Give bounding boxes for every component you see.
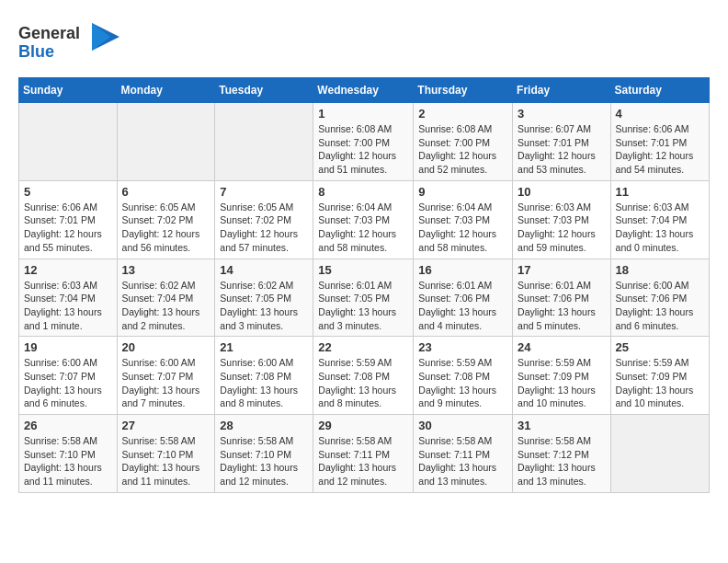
calendar-row-1: 5Sunrise: 6:06 AMSunset: 7:01 PMDaylight… — [19, 180, 710, 259]
logo: General Blue — [18, 18, 119, 68]
day-number: 2 — [418, 107, 507, 121]
header-friday: Friday — [513, 78, 611, 103]
calendar-cell: 24Sunrise: 5:59 AMSunset: 7:09 PMDayligh… — [513, 337, 611, 415]
header-sunday: Sunday — [19, 78, 118, 103]
day-info: Sunrise: 6:07 AMSunset: 7:01 PMDaylight:… — [518, 122, 606, 177]
day-info: Sunrise: 6:00 AMSunset: 7:07 PMDaylight:… — [24, 356, 112, 410]
svg-text:Blue: Blue — [18, 42, 54, 61]
calendar-row-2: 12Sunrise: 6:03 AMSunset: 7:04 PMDayligh… — [19, 259, 710, 337]
day-info: Sunrise: 6:06 AMSunset: 7:01 PMDaylight:… — [616, 122, 704, 177]
day-info: Sunrise: 6:03 AMSunset: 7:04 PMDaylight:… — [616, 201, 704, 255]
calendar-cell: 19Sunrise: 6:00 AMSunset: 7:07 PMDayligh… — [19, 337, 118, 415]
calendar-cell: 28Sunrise: 5:58 AMSunset: 7:10 PMDayligh… — [215, 415, 313, 493]
day-info: Sunrise: 6:04 AMSunset: 7:03 PMDaylight:… — [318, 201, 408, 255]
day-info: Sunrise: 5:59 AMSunset: 7:09 PMDaylight:… — [616, 356, 704, 410]
calendar-cell: 18Sunrise: 6:00 AMSunset: 7:06 PMDayligh… — [610, 259, 709, 337]
page-header: General Blue — [18, 18, 710, 68]
day-number: 20 — [122, 340, 210, 354]
day-info: Sunrise: 6:08 AMSunset: 7:00 PMDaylight:… — [318, 122, 408, 177]
day-info: Sunrise: 6:00 AMSunset: 7:06 PMDaylight:… — [616, 279, 704, 333]
day-info: Sunrise: 6:04 AMSunset: 7:03 PMDaylight:… — [418, 201, 507, 255]
calendar-cell: 13Sunrise: 6:02 AMSunset: 7:04 PMDayligh… — [117, 259, 215, 337]
day-number: 22 — [318, 340, 408, 354]
calendar-cell — [610, 415, 709, 493]
day-info: Sunrise: 5:59 AMSunset: 7:08 PMDaylight:… — [318, 356, 408, 410]
day-number: 15 — [318, 263, 408, 277]
calendar-cell: 5Sunrise: 6:06 AMSunset: 7:01 PMDaylight… — [19, 180, 118, 259]
day-info: Sunrise: 6:03 AMSunset: 7:04 PMDaylight:… — [24, 279, 112, 333]
calendar-cell: 27Sunrise: 5:58 AMSunset: 7:10 PMDayligh… — [117, 415, 215, 493]
header-saturday: Saturday — [610, 78, 709, 103]
calendar-cell: 30Sunrise: 5:58 AMSunset: 7:11 PMDayligh… — [414, 415, 513, 493]
header-monday: Monday — [117, 78, 215, 103]
calendar-cell: 12Sunrise: 6:03 AMSunset: 7:04 PMDayligh… — [19, 259, 118, 337]
calendar-row-4: 26Sunrise: 5:58 AMSunset: 7:10 PMDayligh… — [19, 415, 710, 493]
day-number: 28 — [220, 419, 308, 432]
calendar-cell: 6Sunrise: 6:05 AMSunset: 7:02 PMDaylight… — [117, 180, 215, 259]
day-info: Sunrise: 6:06 AMSunset: 7:01 PMDaylight:… — [24, 201, 112, 255]
calendar-cell: 17Sunrise: 6:01 AMSunset: 7:06 PMDayligh… — [513, 259, 611, 337]
calendar-header-row: SundayMondayTuesdayWednesdayThursdayFrid… — [19, 78, 710, 103]
calendar-cell — [117, 103, 215, 181]
day-number: 3 — [518, 107, 606, 121]
calendar-cell: 7Sunrise: 6:05 AMSunset: 7:02 PMDaylight… — [215, 180, 313, 259]
day-number: 1 — [318, 107, 408, 121]
day-info: Sunrise: 6:00 AMSunset: 7:08 PMDaylight:… — [220, 356, 308, 410]
day-info: Sunrise: 5:58 AMSunset: 7:11 PMDaylight:… — [318, 434, 408, 488]
day-number: 25 — [616, 340, 704, 354]
day-info: Sunrise: 5:58 AMSunset: 7:12 PMDaylight:… — [518, 434, 606, 488]
day-info: Sunrise: 6:02 AMSunset: 7:04 PMDaylight:… — [122, 279, 210, 333]
day-number: 19 — [24, 340, 112, 354]
day-number: 9 — [418, 185, 507, 199]
calendar-cell: 16Sunrise: 6:01 AMSunset: 7:06 PMDayligh… — [414, 259, 513, 337]
calendar-cell — [19, 103, 118, 181]
day-number: 14 — [220, 263, 308, 277]
day-number: 12 — [24, 263, 112, 277]
day-number: 23 — [418, 340, 507, 354]
header-wednesday: Wednesday — [313, 78, 414, 103]
calendar-cell: 8Sunrise: 6:04 AMSunset: 7:03 PMDaylight… — [313, 180, 414, 259]
day-number: 24 — [518, 340, 606, 354]
day-info: Sunrise: 5:58 AMSunset: 7:10 PMDaylight:… — [220, 434, 308, 488]
day-number: 18 — [616, 263, 704, 277]
day-info: Sunrise: 6:01 AMSunset: 7:06 PMDaylight:… — [518, 279, 606, 333]
calendar-cell: 29Sunrise: 5:58 AMSunset: 7:11 PMDayligh… — [313, 415, 414, 493]
day-info: Sunrise: 6:02 AMSunset: 7:05 PMDaylight:… — [220, 279, 308, 333]
day-info: Sunrise: 5:58 AMSunset: 7:10 PMDaylight:… — [24, 434, 112, 488]
day-info: Sunrise: 6:00 AMSunset: 7:07 PMDaylight:… — [122, 356, 210, 410]
day-number: 16 — [418, 263, 507, 277]
calendar-cell — [215, 103, 313, 181]
day-info: Sunrise: 6:08 AMSunset: 7:00 PMDaylight:… — [418, 122, 507, 177]
day-number: 29 — [318, 419, 408, 432]
calendar-cell: 31Sunrise: 5:58 AMSunset: 7:12 PMDayligh… — [513, 415, 611, 493]
day-info: Sunrise: 5:58 AMSunset: 7:10 PMDaylight:… — [122, 434, 210, 488]
calendar-cell: 26Sunrise: 5:58 AMSunset: 7:10 PMDayligh… — [19, 415, 118, 493]
day-number: 8 — [318, 185, 408, 199]
day-number: 4 — [616, 107, 704, 121]
calendar-row-3: 19Sunrise: 6:00 AMSunset: 7:07 PMDayligh… — [19, 337, 710, 415]
calendar-cell: 23Sunrise: 5:59 AMSunset: 7:08 PMDayligh… — [414, 337, 513, 415]
day-info: Sunrise: 6:05 AMSunset: 7:02 PMDaylight:… — [220, 201, 308, 255]
calendar-cell: 10Sunrise: 6:03 AMSunset: 7:03 PMDayligh… — [513, 180, 611, 259]
header-tuesday: Tuesday — [215, 78, 313, 103]
day-number: 11 — [616, 185, 704, 199]
day-number: 13 — [122, 263, 210, 277]
calendar-cell: 22Sunrise: 5:59 AMSunset: 7:08 PMDayligh… — [313, 337, 414, 415]
calendar-cell: 14Sunrise: 6:02 AMSunset: 7:05 PMDayligh… — [215, 259, 313, 337]
day-number: 17 — [518, 263, 606, 277]
day-number: 6 — [122, 185, 210, 199]
calendar-cell: 2Sunrise: 6:08 AMSunset: 7:00 PMDaylight… — [414, 103, 513, 181]
svg-text:General: General — [18, 24, 80, 42]
day-info: Sunrise: 6:05 AMSunset: 7:02 PMDaylight:… — [122, 201, 210, 255]
calendar-cell: 9Sunrise: 6:04 AMSunset: 7:03 PMDaylight… — [414, 180, 513, 259]
day-number: 7 — [220, 185, 308, 199]
calendar-cell: 11Sunrise: 6:03 AMSunset: 7:04 PMDayligh… — [610, 180, 709, 259]
calendar-cell: 3Sunrise: 6:07 AMSunset: 7:01 PMDaylight… — [513, 103, 611, 181]
day-info: Sunrise: 5:59 AMSunset: 7:09 PMDaylight:… — [518, 356, 606, 410]
day-number: 21 — [220, 340, 308, 354]
day-info: Sunrise: 6:01 AMSunset: 7:05 PMDaylight:… — [318, 279, 408, 333]
calendar-cell: 4Sunrise: 6:06 AMSunset: 7:01 PMDaylight… — [610, 103, 709, 181]
calendar-cell: 20Sunrise: 6:00 AMSunset: 7:07 PMDayligh… — [117, 337, 215, 415]
day-number: 27 — [122, 419, 210, 432]
calendar-cell: 1Sunrise: 6:08 AMSunset: 7:00 PMDaylight… — [313, 103, 414, 181]
